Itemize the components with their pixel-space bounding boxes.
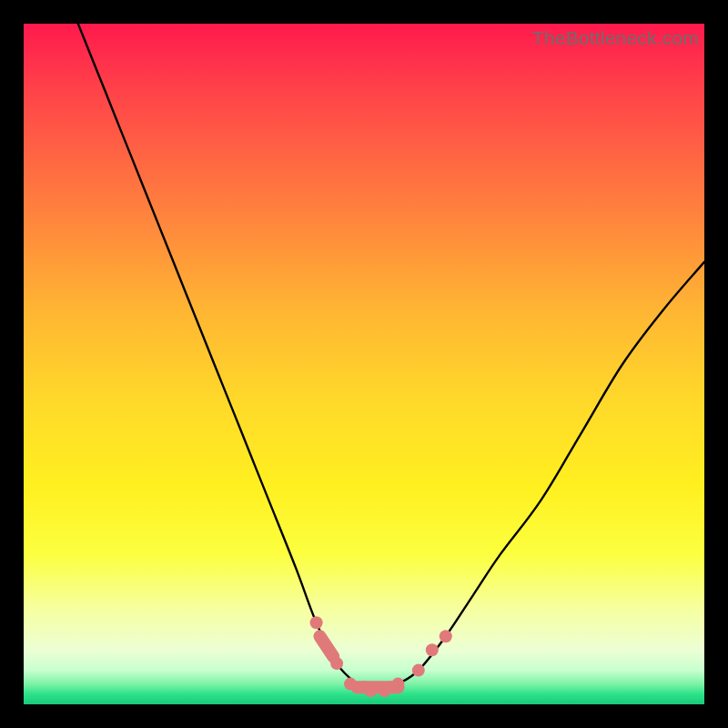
marker-dot (426, 643, 439, 656)
chart-frame: TheBottleneck.com (0, 0, 728, 728)
marker-dot (412, 664, 425, 677)
chart-svg (24, 24, 704, 704)
marker-dot (310, 616, 323, 629)
plot-area: TheBottleneck.com (24, 24, 704, 704)
bottleneck-curve-path (78, 24, 704, 692)
marker-dot (440, 630, 452, 642)
marker-capsule (319, 636, 333, 656)
